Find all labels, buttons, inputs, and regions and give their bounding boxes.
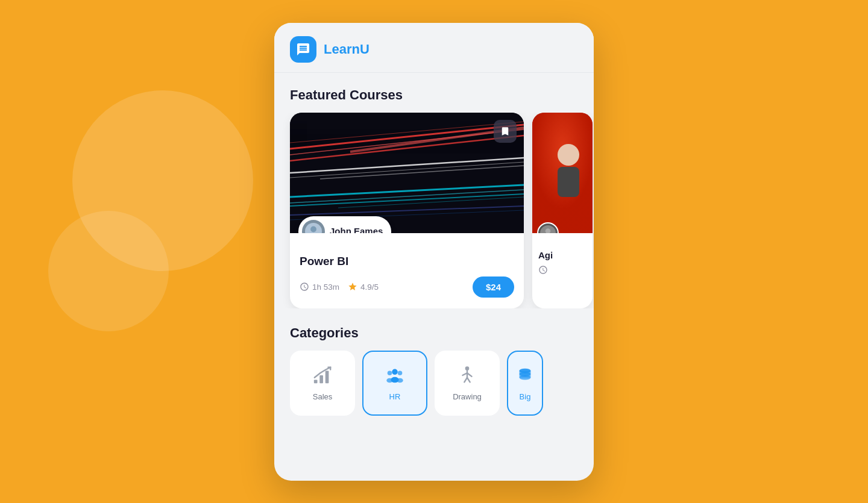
secondary-duration	[538, 265, 587, 275]
drawing-label: Drawing	[453, 392, 482, 401]
category-card-big[interactable]: Big	[507, 351, 543, 416]
rating-value: 4.9/5	[360, 283, 379, 292]
svg-point-32	[386, 378, 392, 383]
featured-heading: Featured Courses	[274, 87, 594, 103]
app-container: LearnU Featured Courses	[274, 23, 594, 481]
svg-line-40	[467, 378, 470, 383]
drawing-icon	[456, 364, 478, 386]
hr-label: HR	[389, 392, 401, 401]
instructor-name: John Eames	[330, 226, 383, 233]
categories-heading: Categories	[274, 325, 594, 341]
category-card-sales[interactable]: Sales	[290, 351, 355, 416]
instructor-avatar	[302, 220, 325, 233]
course-title: Power BI	[300, 255, 514, 268]
secondary-clock-icon	[538, 265, 548, 275]
svg-point-35	[465, 366, 470, 370]
course-card-primary[interactable]: John Eames Power BI 1h 53m	[290, 113, 524, 308]
featured-section: Featured Courses	[274, 87, 594, 308]
logo-icon	[296, 42, 310, 57]
secondary-avatar-icon	[540, 225, 556, 233]
app-title: LearnU	[324, 42, 370, 57]
sales-chart-icon	[312, 365, 333, 386]
drawing-pencil-icon	[457, 365, 477, 386]
duration-value: 1h 53m	[312, 283, 339, 292]
star-icon	[348, 282, 357, 292]
sales-icon	[312, 364, 333, 386]
bookmark-button[interactable]	[494, 120, 517, 143]
category-card-hr[interactable]: HR	[362, 351, 427, 416]
svg-point-45	[520, 375, 531, 380]
svg-rect-26	[314, 380, 318, 384]
bookmark-icon	[500, 126, 511, 137]
svg-point-21	[558, 144, 579, 166]
svg-line-39	[464, 378, 467, 383]
big-icon	[514, 364, 536, 386]
course-info: Power BI 1h 53m	[290, 233, 524, 308]
main-content: Featured Courses	[274, 73, 594, 416]
svg-rect-22	[558, 167, 579, 197]
secondary-course-info: Agi	[532, 233, 593, 283]
svg-point-33	[398, 370, 403, 375]
instructor-tag: John Eames	[298, 216, 391, 233]
secondary-thumb-art	[532, 113, 593, 233]
svg-point-16	[310, 226, 316, 232]
duration-meta: 1h 53m	[300, 282, 339, 292]
svg-point-29	[392, 369, 397, 375]
svg-point-34	[397, 378, 403, 383]
categories-section: Categories Sales	[274, 325, 594, 416]
course-card-secondary[interactable]: Agi	[532, 113, 593, 308]
courses-scroll: John Eames Power BI 1h 53m	[274, 113, 594, 308]
big-label: Big	[520, 392, 531, 401]
secondary-course-title: Agi	[538, 250, 587, 260]
course-thumbnail: John Eames	[290, 113, 524, 233]
categories-scroll: Sales	[274, 351, 594, 416]
clock-icon	[300, 282, 309, 292]
price-button[interactable]: $24	[473, 276, 514, 298]
secondary-thumbnail	[532, 113, 593, 233]
course-meta: 1h 53m 4.9/5 $24	[300, 276, 514, 298]
category-card-drawing[interactable]: Drawing	[435, 351, 500, 416]
hr-people-icon	[385, 365, 405, 386]
avatar-illustration	[305, 223, 322, 233]
rating-meta: 4.9/5	[348, 282, 379, 292]
hr-icon	[384, 364, 406, 386]
sales-label: Sales	[313, 392, 333, 401]
big-data-icon	[515, 365, 535, 386]
svg-rect-27	[319, 375, 323, 383]
svg-point-31	[388, 370, 392, 375]
svg-rect-28	[326, 370, 329, 383]
app-logo	[290, 36, 316, 63]
speed-lines-decoration	[290, 113, 524, 233]
app-header: LearnU	[274, 23, 594, 73]
